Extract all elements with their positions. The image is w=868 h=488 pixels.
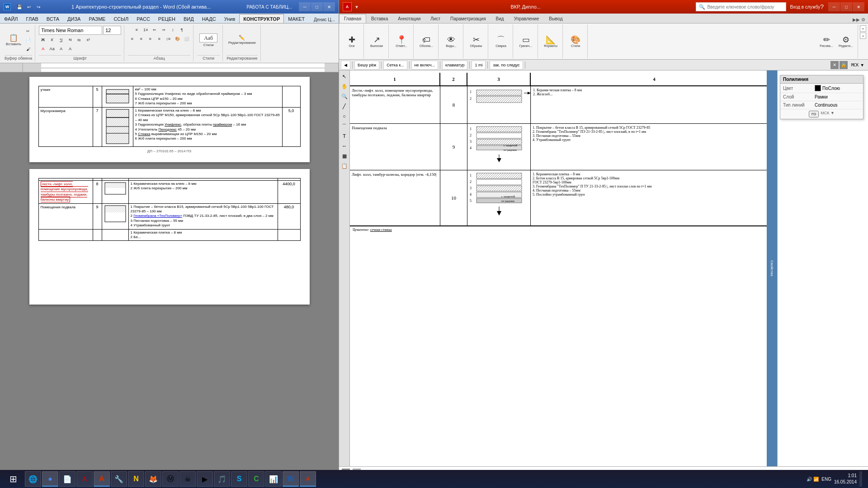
num-list-btn[interactable]: 1≡ (142, 26, 150, 34)
show-desktop-btn[interactable] (859, 471, 862, 487)
cad-tab-home[interactable]: Главная (339, 14, 366, 23)
border-btn[interactable]: ▭ Гранич... (517, 33, 535, 51)
taskbar-app-ie[interactable]: 🌐 (25, 471, 41, 487)
subscript-btn[interactable]: x₂ (75, 36, 83, 44)
text-effects-btn[interactable]: А (66, 45, 74, 53)
doc-area[interactable]: утаже 5 км² – 100 мм5 Гидроизол (0, 72, 339, 478)
sort-btn[interactable]: ↕ (169, 26, 177, 34)
maximize-btn[interactable]: □ (311, 2, 323, 11)
taskbar-app-calendar[interactable]: C (248, 471, 264, 487)
align-right-btn[interactable]: ≡ (146, 35, 154, 43)
cad-tab-param[interactable]: Параметризация (445, 14, 491, 23)
borders-btn[interactable]: ⬜ (182, 35, 190, 43)
cad-corner-btn2[interactable]: ▪ (860, 33, 866, 39)
cad-tool-zoom[interactable]: 🔍 (340, 92, 349, 101)
tab-home[interactable]: ГЛАВ (22, 14, 42, 23)
cad-maximize-btn[interactable]: □ (840, 2, 852, 11)
superscript-btn[interactable]: x² (84, 36, 92, 44)
cad-tool-arc[interactable]: ⌒ (340, 122, 349, 131)
cad-tool-line[interactable]: ╱ (340, 102, 349, 111)
format-painter-btn[interactable]: 🖌 (24, 45, 32, 53)
taskbar-app-acrobat[interactable]: A (76, 471, 93, 487)
align-justify-btn[interactable]: ≡ (155, 35, 163, 43)
cad-tool-text[interactable]: T (340, 131, 349, 141)
taskbar-app-firefox[interactable]: 🦊 (145, 471, 161, 487)
cad-searchbar[interactable]: 🔍 (696, 2, 786, 11)
cad-tool-select[interactable]: ↖ (340, 72, 349, 81)
show-marks-btn[interactable]: ¶ (178, 26, 186, 34)
cut-btn[interactable]: ✂ (24, 27, 32, 35)
cad-minimize-btn[interactable]: ─ (828, 2, 840, 11)
tab-design[interactable]: ДИЗА (63, 14, 85, 23)
taskbar-app-word[interactable]: W (283, 471, 299, 487)
taskbar-app-autocad[interactable]: A (94, 471, 110, 487)
vt-setka-btn[interactable]: Cетка к... (383, 61, 407, 70)
callouts-btn[interactable]: ↗ Выноски (368, 33, 386, 51)
draw-btn[interactable]: ✏ Рисова... (817, 33, 835, 51)
tab-layout[interactable]: РАЗМЕ (85, 14, 109, 23)
paste-btn[interactable]: 📋 Вставить (5, 29, 23, 52)
cad-tool-dim[interactable]: ↔ (340, 141, 349, 150)
vt-1mi-btn[interactable]: 1 mi (472, 61, 486, 70)
close-btn[interactable]: ✕ (323, 2, 335, 11)
underline-btn[interactable]: Ч (57, 36, 65, 44)
font-name-selector[interactable]: Times New Roman (39, 26, 102, 35)
cad-close-btn[interactable]: ✕ (853, 2, 864, 11)
tab-univ[interactable]: Унив (220, 14, 240, 23)
vt-close-btn[interactable]: ✕ (830, 61, 839, 69)
taskbar-app-mail[interactable]: Ⓜ (162, 471, 179, 487)
taskbar-app-chrome[interactable]: ● (42, 471, 58, 487)
cad-tab-sheet[interactable]: Лист (425, 14, 445, 23)
taskbar-app-excel[interactable]: 📊 (265, 471, 282, 487)
cad-tab-view[interactable]: Вид (491, 14, 509, 23)
edit-cad-btn[interactable]: ⚙ Редакти... (837, 33, 855, 51)
text-color-btn[interactable]: А (39, 45, 47, 53)
taskbar-app-tool1[interactable]: 🔧 (111, 471, 127, 487)
tab-file[interactable]: ФАЙЛ (0, 14, 22, 23)
cad-tool-hatch[interactable]: ▦ (340, 151, 349, 160)
prop-ok-btn[interactable]: ГО (809, 111, 819, 117)
styles-cad-btn[interactable]: 🎨 Стили (566, 33, 585, 51)
cad-tool-layer[interactable]: 📋 (340, 161, 349, 170)
save-qat-btn[interactable]: 💾 (15, 3, 24, 11)
indent-dec-btn[interactable]: ⇐ (151, 26, 159, 34)
start-button[interactable]: ⊞ (2, 471, 24, 487)
highlight-btn[interactable]: Аа (48, 45, 56, 53)
taskbar-app-notepad[interactable]: N (128, 471, 144, 487)
vt-keyboard-btn[interactable]: клавиатур (442, 61, 468, 70)
breaks-btn[interactable]: ✂ Обрывы (467, 33, 485, 51)
tab-review[interactable]: РЕЦЕН (154, 14, 179, 23)
copy-btn[interactable]: 📄 (24, 36, 32, 44)
cad-viewport[interactable]: Полилиния Цвет ПоСлою Слой Рамки Тип лин… (350, 70, 868, 466)
styles-btn[interactable]: Ааб Стили (197, 33, 220, 47)
taskbar-app-skype[interactable]: S (231, 471, 247, 487)
font-size-selector[interactable]: 12 (103, 26, 121, 35)
cad-tab-manage[interactable]: Управление (509, 14, 544, 23)
redo-qat-btn[interactable]: ↪ (34, 3, 42, 11)
shading-btn[interactable]: 🎨 (173, 35, 181, 43)
bullet-list-btn[interactable]: ≡ (132, 26, 141, 34)
bold-btn[interactable]: Ж (39, 36, 47, 44)
cad-tab-output[interactable]: Вывод (544, 14, 567, 23)
cad-properties-label[interactable]: Свойства (767, 70, 778, 466)
taskbar-app-vlc[interactable]: 🎵 (214, 471, 230, 487)
axes-btn[interactable]: ✚ Оси (343, 33, 361, 51)
tab-insert[interactable]: ВСТА (42, 14, 63, 23)
vt-ne-vkl-btn[interactable]: не включ... (411, 61, 438, 70)
tab-addins[interactable]: НАДС (198, 14, 220, 23)
marks-btn[interactable]: 📍 Отмет... (392, 33, 410, 51)
vt-expand-btn[interactable]: ◀ (341, 61, 350, 70)
align-left-btn[interactable]: ≡ (128, 35, 136, 43)
cad-search-input[interactable] (707, 5, 779, 9)
taskbar-app-media[interactable]: ▶ (197, 471, 213, 487)
tab-references[interactable]: ССЫЛ (109, 14, 132, 23)
vt-beshyu-btn[interactable]: Бешу рёж (354, 61, 379, 70)
taskbar-app-autocad2[interactable]: A (300, 471, 316, 487)
tab-layout2[interactable]: МАКЕТ (284, 14, 309, 23)
cad-login-btn[interactable]: Вход в службу (790, 5, 820, 9)
taskbar-app-skull[interactable]: ☠ (179, 471, 196, 487)
cad-help-btn[interactable]: ? (820, 3, 824, 10)
tab-view[interactable]: ВИД (179, 14, 198, 23)
line-spacing-btn[interactable]: ↕≡ (164, 35, 172, 43)
edit-btn[interactable]: ✏️ Редактирование (228, 33, 255, 47)
